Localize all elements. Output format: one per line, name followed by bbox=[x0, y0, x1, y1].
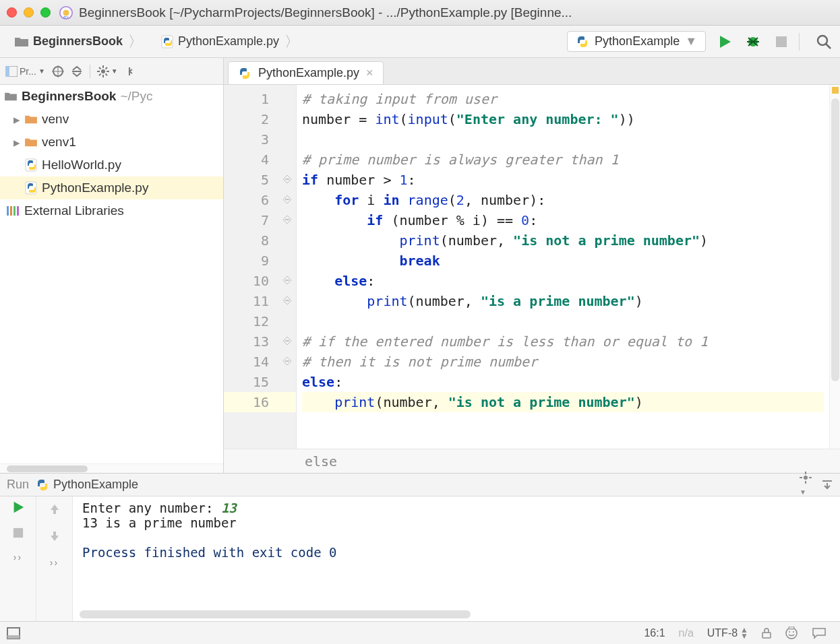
svg-rect-47 bbox=[53, 532, 56, 536]
code-line[interactable]: break bbox=[302, 251, 824, 271]
caret-position[interactable]: 16:1 bbox=[644, 627, 665, 639]
gutter-line[interactable]: 6 bbox=[224, 190, 296, 210]
close-tab-button[interactable]: × bbox=[366, 66, 373, 80]
fold-marker-icon[interactable] bbox=[282, 336, 292, 346]
tree-item[interactable]: PythonExample.py bbox=[0, 176, 223, 199]
tree-root-path: ~/Pyc bbox=[120, 89, 152, 104]
console-output[interactable]: Enter any number: 13 13 is a prime numbe… bbox=[73, 496, 840, 621]
maximize-window-button[interactable] bbox=[40, 7, 51, 18]
code-line[interactable]: if (number % i) == 0: bbox=[302, 210, 824, 230]
gear-icon bbox=[97, 65, 109, 77]
code-line[interactable]: print(number, "is not a prime number") bbox=[302, 230, 824, 251]
rerun-button[interactable] bbox=[11, 501, 25, 514]
sidebar-target-button[interactable] bbox=[52, 65, 64, 77]
expand-chevron-icon[interactable]: ▸ bbox=[13, 112, 23, 127]
sidebar-hide-button[interactable] bbox=[125, 65, 137, 77]
sidebar-view-selector[interactable]: Pr...▼ bbox=[5, 66, 45, 77]
code-line[interactable] bbox=[302, 129, 824, 150]
code-line[interactable]: # then it is not prime number bbox=[302, 352, 824, 372]
status-bar: 16:1 n/a UTF-8▲▼ bbox=[0, 621, 840, 644]
project-tree[interactable]: BeginnersBook ~/Pyc ▸venv▸venv1HelloWorl… bbox=[0, 85, 223, 463]
fold-marker-icon[interactable] bbox=[282, 356, 292, 366]
code-content[interactable]: # taking input from usernumber = int(inp… bbox=[297, 85, 829, 449]
gear-icon bbox=[800, 472, 812, 484]
editor-vertical-scrollbar[interactable] bbox=[829, 85, 840, 449]
code-line[interactable]: number = int(input("Enter any number: ")… bbox=[302, 109, 824, 129]
tree-item-label: venv bbox=[42, 112, 69, 127]
code-line[interactable]: # taking input from user bbox=[302, 89, 824, 109]
run-configuration-selector[interactable]: PythonExample ▼ bbox=[567, 31, 706, 52]
fold-marker-icon[interactable] bbox=[282, 215, 292, 224]
code-line[interactable] bbox=[302, 311, 824, 331]
fold-marker-icon[interactable] bbox=[282, 296, 292, 305]
gutter-line[interactable]: 12 bbox=[224, 311, 296, 331]
fold-marker-icon[interactable] bbox=[282, 174, 292, 184]
code-editor[interactable]: 12345678910111213141516 # taking input f… bbox=[224, 85, 840, 449]
external-libraries[interactable]: External Libraries bbox=[0, 199, 223, 222]
code-line[interactable]: else: bbox=[302, 372, 824, 392]
tree-item[interactable]: HelloWorld.py bbox=[0, 154, 223, 176]
stop-button[interactable] bbox=[772, 32, 791, 51]
code-line[interactable]: # if the entered number is less than or … bbox=[302, 331, 824, 352]
gutter-line[interactable]: 7 bbox=[224, 210, 296, 230]
bug-icon bbox=[745, 34, 761, 50]
gutter-line[interactable]: 1 bbox=[224, 89, 296, 109]
line-separator[interactable]: n/a bbox=[679, 627, 694, 639]
tree-item[interactable]: ▸venv1 bbox=[0, 131, 223, 154]
gutter-line[interactable]: 4 bbox=[224, 150, 296, 170]
gutter-line[interactable]: 15 bbox=[224, 372, 296, 392]
tree-root[interactable]: BeginnersBook ~/Pyc bbox=[0, 85, 223, 108]
code-line[interactable]: # prime number is always greater than 1 bbox=[302, 150, 824, 170]
tree-item[interactable]: ▸venv bbox=[0, 108, 223, 131]
run-button[interactable] bbox=[715, 32, 734, 51]
gutter-line[interactable]: 10 bbox=[224, 271, 296, 291]
search-everywhere-button[interactable] bbox=[814, 32, 833, 51]
toggle-tool-windows-button[interactable] bbox=[7, 627, 20, 639]
chevron-right-icon: 〉 bbox=[284, 32, 299, 52]
gutter-line[interactable]: 8 bbox=[224, 230, 296, 251]
gutter-line[interactable]: 13 bbox=[224, 331, 296, 352]
close-window-button[interactable] bbox=[7, 7, 17, 18]
editor-tab[interactable]: PythonExample.py × bbox=[228, 61, 384, 84]
sidebar-horizontal-scrollbar[interactable] bbox=[0, 463, 223, 473]
breadcrumb-project[interactable]: BeginnersBook 〉 bbox=[7, 28, 150, 55]
console-horizontal-scrollbar[interactable] bbox=[80, 610, 833, 618]
gutter-line[interactable]: 16 bbox=[224, 392, 296, 412]
more-actions-button[interactable]: ›› bbox=[13, 552, 22, 562]
code-line[interactable]: if number > 1: bbox=[302, 170, 824, 190]
fold-marker-icon[interactable] bbox=[282, 195, 292, 204]
expand-chevron-icon[interactable]: ▸ bbox=[13, 135, 23, 150]
more-nav-button[interactable]: ›› bbox=[50, 557, 59, 568]
run-panel-hide-button[interactable] bbox=[821, 479, 833, 491]
stop-process-button[interactable] bbox=[13, 527, 24, 538]
notifications-button[interactable] bbox=[812, 627, 827, 639]
inspections-widget[interactable] bbox=[785, 626, 798, 640]
code-line[interactable]: print(number, "is not a prime number") bbox=[302, 392, 824, 412]
down-stack-button[interactable] bbox=[49, 530, 60, 542]
code-line[interactable]: for i in range(2, number): bbox=[302, 190, 824, 210]
breadcrumb-file[interactable]: PythonExample.py 〉 bbox=[153, 28, 307, 55]
editor-breadcrumb[interactable]: else bbox=[224, 449, 840, 473]
fold-marker-icon[interactable] bbox=[282, 276, 292, 285]
file-encoding[interactable]: UTF-8▲▼ bbox=[707, 627, 748, 639]
sidebar-toolbar: Pr...▼ ▼ bbox=[0, 58, 223, 85]
gutter-line[interactable]: 11 bbox=[224, 291, 296, 311]
gutter-line[interactable]: 3 bbox=[224, 129, 296, 150]
editor-gutter[interactable]: 12345678910111213141516 bbox=[224, 85, 297, 449]
sidebar-collapse-button[interactable] bbox=[71, 65, 83, 77]
code-line[interactable]: print(number, "is a prime number") bbox=[302, 291, 824, 311]
up-stack-button[interactable] bbox=[49, 503, 60, 515]
run-panel-header[interactable]: Run PythonExample ▼ bbox=[0, 474, 840, 496]
minimize-window-button[interactable] bbox=[24, 7, 34, 18]
sidebar-settings-button[interactable]: ▼ bbox=[97, 65, 118, 77]
gutter-line[interactable]: 9 bbox=[224, 251, 296, 271]
gutter-line[interactable]: 2 bbox=[224, 109, 296, 129]
code-line[interactable]: else: bbox=[302, 271, 824, 291]
read-only-toggle[interactable] bbox=[762, 628, 771, 639]
run-panel-left-toolbar: ›› bbox=[0, 496, 36, 621]
debug-button[interactable] bbox=[744, 32, 762, 51]
gutter-line[interactable]: 14 bbox=[224, 352, 296, 372]
gutter-line[interactable]: 5 bbox=[224, 170, 296, 190]
run-panel-settings-button[interactable]: ▼ bbox=[800, 472, 812, 498]
pycharm-app-icon: PY bbox=[59, 5, 73, 20]
